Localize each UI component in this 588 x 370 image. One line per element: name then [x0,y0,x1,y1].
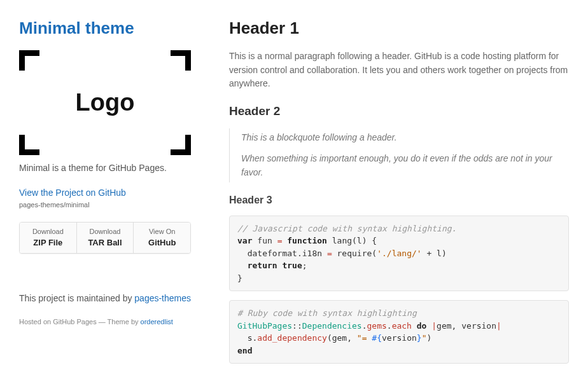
content: Header 1 This is a normal paragraph foll… [210,16,569,370]
maintainer-link[interactable]: pages-themes [134,293,191,303]
code-text: fun [252,236,277,245]
download-tar-button[interactable]: Download TAR Ball [77,223,134,253]
site-title-link[interactable]: Minimal theme [19,18,134,38]
corner-icon [19,135,39,155]
blockquote-line: This is a blockquote following a header. [241,131,569,145]
code-text: s. [237,333,257,343]
footer-prefix: Hosted on GitHub Pages — Theme by [19,318,141,325]
code-text: . [362,321,367,331]
code-text: (gem, [327,333,357,343]
button-small-label: Download [90,228,121,235]
code-text: + l) [422,249,447,258]
github-repo-slug: pages-themes/minimal [19,200,197,210]
code-text [237,261,248,270]
heading-2: Header 2 [229,102,569,121]
tagline: Minimal is a theme for GitHub Pages. [19,161,197,175]
code-string: "= [357,333,372,343]
code-text: :: [292,321,302,331]
code-operator: | [496,321,501,331]
logo-text: Logo [76,85,135,121]
code-text: ) [426,333,431,343]
code-text: dateformat.i18n [237,249,327,258]
sidebar: Minimal theme Logo Minimal is a theme fo… [19,16,210,370]
button-big-label: TAR Ball [80,236,131,249]
code-text: ; [302,261,307,270]
code-interp: } [417,333,422,343]
corner-icon [19,50,39,71]
code-text: . [387,321,392,331]
github-project-link[interactable]: View the Project on GitHub [19,188,126,198]
code-method: gems [367,321,387,331]
code-string: './lang/' [377,249,421,258]
code-block-js: // Javascript code with syntax highlight… [229,216,569,292]
code-class: GitHubPages [237,321,292,331]
theme-author-link[interactable]: orderedlist [141,318,173,325]
code-comment: # Ruby code with syntax highlighting [237,308,417,318]
code-keyword: var [237,236,252,245]
code-text: require( [332,249,377,258]
code-keyword: return [248,261,277,270]
button-big-label: ZIP File [22,236,74,249]
code-method: add_dependency [257,333,327,343]
corner-icon [171,50,191,71]
paragraph: This is a normal paragraph following a h… [229,50,569,91]
maintainer-note: This project is maintained by pages-them… [19,292,197,305]
heading-1: Header 1 [229,16,569,41]
code-keyword: do [412,321,431,331]
code-operator: | [431,321,437,331]
blockquote: This is a blockquote following a header.… [229,128,569,182]
code-class: Dependencies [302,321,362,331]
code-text: } [237,273,242,283]
code-keyword: function [282,236,326,245]
code-comment: // Javascript code with syntax highlight… [237,224,456,233]
code-interp: #{ [372,333,382,343]
logo-placeholder: Logo [19,50,191,155]
maintainer-prefix: This project is maintained by [19,293,134,303]
code-method: each [392,321,412,331]
code-text: gem, version [437,321,496,331]
footer-note: Hosted on GitHub Pages — Theme by ordere… [19,317,197,327]
download-zip-button[interactable]: Download ZIP File [20,223,77,253]
code-keyword: true [277,261,302,270]
button-small-label: View On [149,228,175,235]
corner-icon [171,135,191,155]
code-block-ruby: # Ruby code with syntax highlighting Git… [229,300,569,364]
view-github-button[interactable]: View On GitHub [134,223,190,253]
button-small-label: Download [32,228,64,235]
download-buttons: Download ZIP File Download TAR Ball View… [19,222,191,254]
site-title: Minimal theme [19,16,197,41]
code-operator: = [327,249,332,258]
heading-3: Header 3 [229,193,569,208]
code-keyword: end [237,346,252,355]
code-text: version [382,333,417,343]
blockquote-line: When something is important enough, you … [241,152,569,179]
code-text: lang(l) { [327,236,377,245]
button-big-label: GitHub [136,236,188,249]
